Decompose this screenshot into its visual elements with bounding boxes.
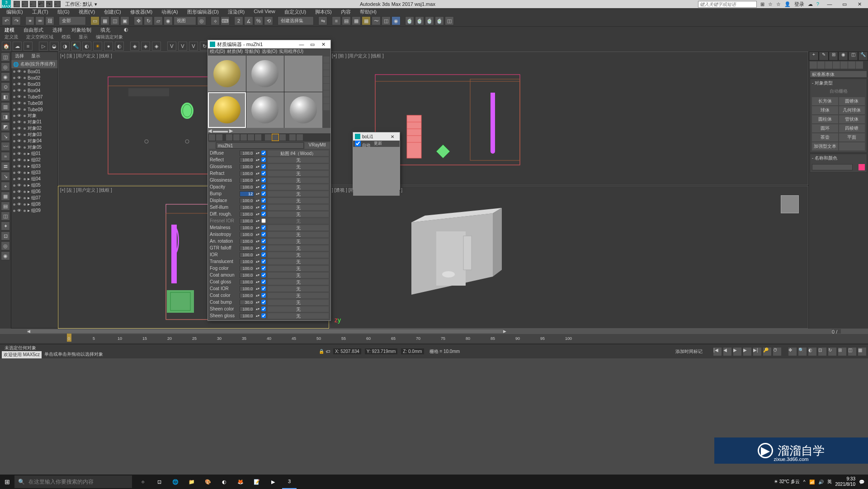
goto-start-button[interactable]: |◀ xyxy=(713,348,722,356)
auto-checkbox[interactable] xyxy=(355,141,361,146)
mat-menu-options[interactable]: 选项(O) xyxy=(262,48,277,56)
render-frame-button[interactable]: 🍵 xyxy=(415,16,424,25)
param-value[interactable]: 100.0 xyxy=(240,293,254,298)
zoom-ext-button[interactable]: ⊞ xyxy=(838,348,846,356)
primitive-button[interactable]: 圆环 xyxy=(812,124,838,132)
param-value[interactable]: 100.0 xyxy=(240,212,254,217)
scene-item[interactable]: 👁Tube07 xyxy=(11,94,57,100)
vray3-icon[interactable]: V xyxy=(189,42,198,51)
app-store-icon[interactable]: ⊞ xyxy=(760,1,764,7)
mat-menu-mode[interactable]: 模式(D) xyxy=(210,48,225,56)
put-lib-icon[interactable] xyxy=(255,134,261,141)
weather-widget[interactable]: ☀ 32°C 多云 xyxy=(774,479,800,485)
tray-up-icon[interactable]: ^ xyxy=(803,480,806,484)
param-checkbox[interactable] xyxy=(261,177,266,183)
spinner-icon[interactable]: ▴▾ xyxy=(256,273,259,277)
snap-angle-button[interactable]: ∡ xyxy=(244,16,253,25)
snap-percent-button[interactable]: % xyxy=(254,16,263,25)
spinner-icon[interactable]: ▴▾ xyxy=(256,158,259,162)
lt-1[interactable]: ◫ xyxy=(1,52,10,61)
spinner-icon[interactable]: ▴▾ xyxy=(256,232,259,236)
keyboard-button[interactable]: ⌨ xyxy=(221,16,230,25)
lt-3[interactable]: ◉ xyxy=(1,72,10,81)
param-value[interactable]: 30.0 xyxy=(240,300,254,305)
tab-paint[interactable]: 对象绘制 xyxy=(71,27,91,34)
minimize-button[interactable]: — xyxy=(823,1,836,7)
lt-12[interactable]: 〓 xyxy=(1,162,10,171)
bind-button[interactable]: ⛓ xyxy=(45,16,54,25)
scene-item[interactable]: 👁▸ 组01 xyxy=(11,150,57,157)
mat-menu-nav[interactable]: 导航(N) xyxy=(245,48,260,56)
param-value[interactable]: 100.0 xyxy=(240,198,254,203)
arrow-icon[interactable]: ▷ xyxy=(39,42,48,51)
tab-freeform[interactable]: 自由形式 xyxy=(24,27,43,34)
spinner-icon[interactable]: ▴▾ xyxy=(256,266,259,270)
user-icon[interactable]: 👤 xyxy=(784,1,791,7)
param-value[interactable]: 100.0 xyxy=(240,205,254,210)
prev-frame-button[interactable]: ◀ xyxy=(723,348,731,356)
vp-layout-button[interactable]: ▦ xyxy=(858,348,866,356)
close-button[interactable]: ✕ xyxy=(853,1,866,7)
param-map-button[interactable]: 无 xyxy=(268,300,329,305)
open-icon[interactable]: ▫ xyxy=(22,1,28,7)
param-checkbox[interactable] xyxy=(261,197,266,203)
menu-views[interactable]: 视图(V) xyxy=(74,8,100,15)
get-mat-icon[interactable] xyxy=(209,134,215,141)
rotate-button[interactable]: ↻ xyxy=(144,16,153,25)
param-map-button[interactable]: 无 xyxy=(268,212,329,217)
param-value[interactable]: 100.0 xyxy=(240,245,254,251)
dlg-close-button[interactable]: ✕ xyxy=(387,134,398,139)
layers-button[interactable]: ▤ xyxy=(342,16,351,25)
link-button[interactable]: ⚭ xyxy=(25,16,34,25)
update-button[interactable]: 更新 xyxy=(374,141,382,147)
uv-icon[interactable] xyxy=(323,77,330,83)
key-mode-button[interactable]: 🔑 xyxy=(763,348,771,356)
cmd-tab-utility[interactable]: 🔧 xyxy=(858,52,868,61)
param-checkbox[interactable] xyxy=(261,259,266,264)
scene-item[interactable]: 👁▸ 组03 xyxy=(11,163,57,169)
menu-civil[interactable]: Civil View xyxy=(249,8,279,15)
scene-item[interactable]: 👁对象 xyxy=(11,113,57,119)
undo-button[interactable]: ↶ xyxy=(2,16,11,25)
curve-editor-button[interactable]: 〜 xyxy=(372,16,381,25)
param-map-button[interactable]: 无 xyxy=(268,293,329,298)
se-tab-select[interactable]: 选择 xyxy=(11,52,28,60)
param-value[interactable]: 100.0 xyxy=(240,266,254,271)
link-icon[interactable]: ▫ xyxy=(54,1,61,7)
app1-icon[interactable]: ◐ xyxy=(217,475,231,489)
se-header[interactable]: 🌐 名称(按升序排序) xyxy=(11,60,57,68)
vray1-icon[interactable]: V xyxy=(167,42,176,51)
menu-graph[interactable]: 图形编辑器(D) xyxy=(183,8,223,15)
bg-icon[interactable] xyxy=(323,70,330,76)
scene-item[interactable]: 👁Tube09 xyxy=(11,106,57,113)
reset-icon[interactable] xyxy=(233,134,240,141)
explorer-icon[interactable]: ≡ xyxy=(24,42,33,51)
scene-item[interactable]: 👁▸ 组09 xyxy=(11,207,57,214)
spinner-icon[interactable]: ▴▾ xyxy=(256,246,259,250)
max-vp-button[interactable]: ◫ xyxy=(848,348,856,356)
param-checkbox[interactable] xyxy=(261,313,266,319)
time-config-button[interactable]: ⏱ xyxy=(773,348,781,356)
sr-display[interactable]: 显示 xyxy=(79,34,88,41)
spinner-icon[interactable]: ▴▾ xyxy=(256,178,259,182)
primitive-button[interactable]: 圆锥体 xyxy=(839,97,865,105)
param-checkbox[interactable] xyxy=(261,252,266,258)
ime-icon[interactable]: 英 xyxy=(827,479,832,485)
menu-customize[interactable]: 自定义(U) xyxy=(280,8,311,15)
put-mat-icon[interactable] xyxy=(216,134,222,141)
param-map-button[interactable]: 无 xyxy=(268,306,329,312)
scene-item[interactable]: 👁▸ 组03 xyxy=(11,169,57,176)
primitive-button[interactable]: 管状体 xyxy=(839,115,865,123)
plane1-icon[interactable]: ◈ xyxy=(130,42,139,51)
scene-list[interactable]: 👁Box01👁Box02👁Box03👁Box04👁Tube07👁Tube08👁T… xyxy=(11,68,57,328)
dlg-close-button[interactable]: ✕ xyxy=(318,42,329,47)
param-checkbox[interactable] xyxy=(261,245,266,251)
param-value[interactable]: 100.0 xyxy=(240,273,254,278)
scale-button[interactable]: ▱ xyxy=(154,16,163,25)
spinner-icon[interactable]: ▴▾ xyxy=(256,239,259,243)
move-button[interactable]: ✥ xyxy=(134,16,143,25)
param-map-button[interactable]: 无 xyxy=(268,191,329,197)
coord-y[interactable]: Y: 923.719mm xyxy=(365,348,397,354)
dlg-max-button[interactable]: ▭ xyxy=(307,42,318,47)
spinner-icon[interactable]: ▴▾ xyxy=(256,293,259,297)
